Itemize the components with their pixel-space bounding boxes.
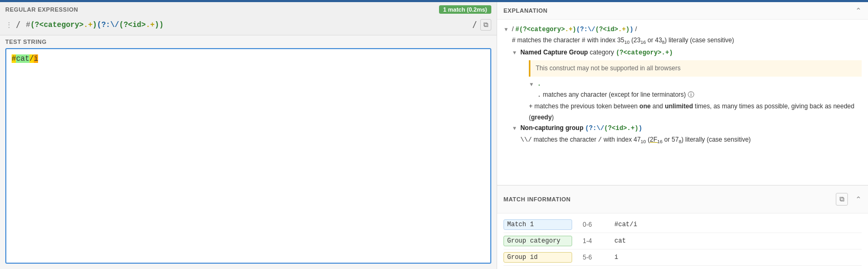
match-info-chevron-icon[interactable]: ⌃ <box>855 195 862 203</box>
triangle-icon-2[interactable] <box>512 47 518 58</box>
match-info-header: MATCH INFORMATION ⧉ ⌃ <box>497 185 868 214</box>
explanation-title: EXPLANATION <box>503 7 548 14</box>
test-string-area[interactable]: #cat/i <box>5 48 491 264</box>
test-string-section: TEST STRING #cat/i <box>0 35 497 269</box>
test-string-content: #cat/i <box>12 54 485 63</box>
explanation-chevron-icon[interactable]: ⌃ <box>855 6 862 15</box>
match-badge: 1 match (0.2ms) <box>439 5 491 14</box>
exp-line-1: / #(?<category>.+)(?:\/(?<id>.+)) / <box>503 24 862 35</box>
match-info-body: Match 1 0-6 #cat/i Group category 1-4 ca… <box>497 214 868 269</box>
match-row-group-category: Group category 1-4 cat <box>503 233 862 249</box>
regex-close-slash: / <box>472 20 477 30</box>
test-string-header: TEST STRING <box>0 35 497 48</box>
match-value-group-category: cat <box>614 237 626 245</box>
match-range-group-category: 1-4 <box>583 237 604 245</box>
triangle-icon-3[interactable] <box>529 79 535 89</box>
right-panel: EXPLANATION ⌃ / #(?<category>.+)(?:\/(?<… <box>497 2 868 269</box>
match-label-group-category: Group category <box>503 236 572 246</box>
explanation-header: EXPLANATION ⌃ <box>497 2 868 20</box>
match-row-group-id: Group id 5-6 i <box>503 249 862 266</box>
exp-line-dot-desc: . matches any character (except for line… <box>503 89 862 100</box>
match-info-section: MATCH INFORMATION ⧉ ⌃ Match 1 0-6 #cat/i… <box>497 185 868 269</box>
exp-line-plus: + matches the previous token between one… <box>503 101 862 123</box>
match-highlight: #cat/i <box>12 54 38 63</box>
exp-line-2: # matches the character # with index 351… <box>503 35 862 47</box>
regex-header: REGULAR EXPRESSION 1 match (0.2ms) <box>0 2 497 17</box>
match-value-1: #cat/i <box>614 221 637 228</box>
triangle-icon-1[interactable] <box>503 24 510 34</box>
drag-handle-icon[interactable]: ⋮ <box>5 21 13 29</box>
match-label-1: Match 1 <box>503 219 572 230</box>
regex-section: REGULAR EXPRESSION 1 match (0.2ms) ⋮ / #… <box>0 2 497 35</box>
explanation-body: / #(?<category>.+)(?:\/(?<id>.+)) / # ma… <box>497 20 868 185</box>
triangle-icon-4[interactable] <box>512 123 518 133</box>
regex-noncap-inner-open: (?<id> <box>119 21 146 29</box>
match-range-group-id: 5-6 <box>583 254 604 261</box>
explanation-section: EXPLANATION ⌃ / #(?<category>.+)(?:\/(?<… <box>497 2 868 185</box>
match-value-group-id: i <box>614 254 618 261</box>
exp-line-dot: . <box>503 79 862 89</box>
left-panel: REGULAR EXPRESSION 1 match (0.2ms) ⋮ / #… <box>0 2 497 269</box>
regex-open-slash: / <box>16 20 21 30</box>
warning-box: This construct may not be supported in a… <box>529 60 862 76</box>
regex-noncap-close: )) <box>155 21 164 29</box>
regex-named-group-body: .+ <box>83 21 92 29</box>
regex-expression[interactable]: #(?<category>.+)(?:\/(?<id>.+)) <box>24 20 469 30</box>
main-layout: REGULAR EXPRESSION 1 match (0.2ms) ⋮ / #… <box>0 2 868 269</box>
share-button[interactable]: ⧉ <box>836 193 848 206</box>
match-range-1: 0-6 <box>583 221 604 228</box>
match-info-title: MATCH INFORMATION <box>503 196 571 202</box>
match-label-group-id: Group id <box>503 252 572 263</box>
group1-highlight: cat <box>16 54 29 63</box>
exp-line-slash: \\/ matches the character / with index 4… <box>503 134 862 146</box>
exp-line-named-group: Named Capture Group category (?<category… <box>503 47 862 58</box>
regex-noncap-open: (?:\/ <box>97 21 119 29</box>
regex-input-row: ⋮ / #(?<category>.+)(?:\/(?<id>.+)) / ⧉ <box>0 17 497 35</box>
regex-section-title: REGULAR EXPRESSION <box>5 6 78 13</box>
exp-line-noncap: Non-capturing group (?:\/(?<id>.+)) <box>503 123 862 134</box>
group2-highlight: i <box>34 54 38 63</box>
regex-noncap-body: .+ <box>146 21 155 29</box>
copy-regex-button[interactable]: ⧉ <box>480 19 491 31</box>
match-row-1: Match 1 0-6 #cat/i <box>503 217 862 233</box>
regex-named-group-open: (?<category> <box>30 21 83 29</box>
